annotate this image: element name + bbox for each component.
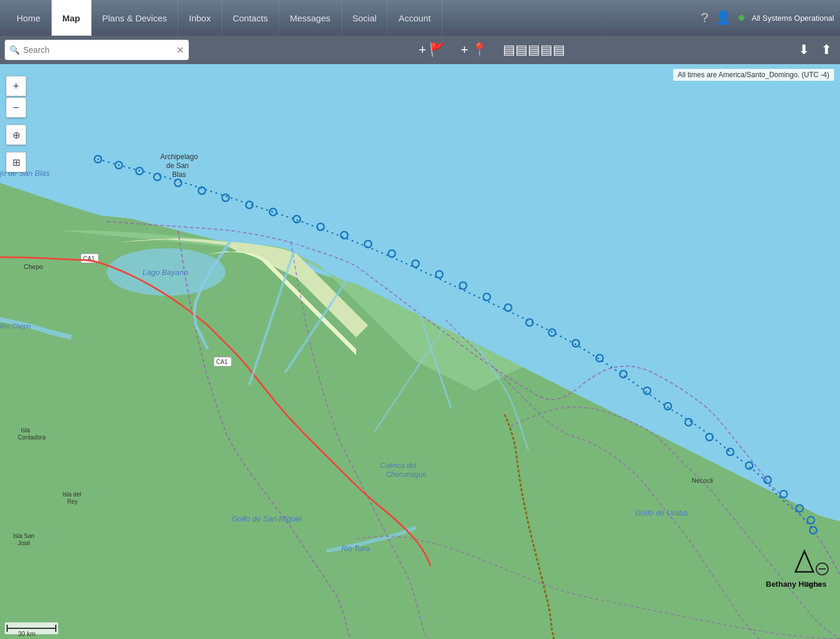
svg-text:Bethany Hughes: Bethany Hughes <box>766 580 827 589</box>
svg-text:Blas: Blas <box>172 170 186 179</box>
svg-text:Chucunaque: Chucunaque <box>386 470 426 479</box>
plus-waypoint-icon: + <box>461 42 468 58</box>
flag-icon: 🚩 <box>429 42 445 58</box>
layers-button[interactable]: ⊞ <box>6 152 26 172</box>
user-icon[interactable]: 👤 <box>715 10 731 26</box>
nav-messages[interactable]: Messages <box>279 0 341 36</box>
upload-button[interactable]: ⬆ <box>817 40 835 60</box>
svg-text:Isla: Isla <box>21 427 30 434</box>
status-indicator <box>738 15 744 21</box>
waypoint-icon: 📍 <box>471 42 487 58</box>
add-waypoint-button[interactable]: + 📍 <box>456 40 492 60</box>
svg-text:Archipelago: Archipelago <box>160 153 198 161</box>
nav-right-section: ? 👤 All Systems Operational <box>701 10 834 26</box>
nav-home[interactable]: Home <box>6 0 52 36</box>
top-navigation: Home Map Plans & Devices Inbox Contacts … <box>0 0 840 36</box>
download-button[interactable]: ⬇ <box>795 40 813 60</box>
svg-text:Golfo de Urabá: Golfo de Urabá <box>635 508 687 517</box>
nav-plans-devices[interactable]: Plans & Devices <box>91 0 178 36</box>
svg-text:CA1: CA1 <box>216 359 228 365</box>
search-clear-button[interactable]: ✕ <box>176 45 184 56</box>
svg-text:Lago Bayano: Lago Bayano <box>142 268 188 277</box>
svg-text:de San: de San <box>166 162 189 170</box>
nav-inbox[interactable]: Inbox <box>178 0 222 36</box>
svg-text:Golfo de San Miguel: Golfo de San Miguel <box>232 514 302 523</box>
map-container[interactable]: Lago Bayano Cuenca del Chucunaque Rio Tu… <box>0 64 840 639</box>
svg-text:José: José <box>18 540 31 546</box>
nav-social[interactable]: Social <box>342 0 388 36</box>
map-svg: Lago Bayano Cuenca del Chucunaque Rio Tu… <box>0 64 840 639</box>
svg-text:Isla San: Isla San <box>13 533 34 539</box>
zoom-in-button[interactable]: + <box>6 76 26 96</box>
svg-point-13 <box>50 465 104 530</box>
map-toolbar: 🔍 ✕ + 🚩 + 📍 ▤▤▤▤▤ ⬇ ⬆ <box>0 36 840 64</box>
search-icon: 🔍 <box>9 45 20 55</box>
svg-text:Contadora: Contadora <box>18 434 46 441</box>
status-text: All Systems Operational <box>752 14 834 23</box>
svg-text:Rio Chepo: Rio Chepo <box>0 322 31 330</box>
add-flag-button[interactable]: + 🚩 <box>414 40 450 60</box>
locate-me-button[interactable]: ⊕ <box>6 125 26 145</box>
svg-text:Rio Tuira: Rio Tuira <box>341 545 370 553</box>
ruler-icon: ▤▤▤▤▤ <box>503 42 565 58</box>
svg-text:Chepo: Chepo <box>24 263 43 270</box>
nav-contacts[interactable]: Contacts <box>222 0 279 36</box>
svg-text:Necocli: Necocli <box>692 477 713 484</box>
svg-text:Isla del: Isla del <box>62 491 81 498</box>
nav-map[interactable]: Map <box>52 0 91 36</box>
svg-point-16 <box>12 527 47 551</box>
help-icon[interactable]: ? <box>701 10 708 26</box>
ruler-button[interactable]: ▤▤▤▤▤ <box>498 40 570 60</box>
map-controls: + − ⊕ ⊞ <box>6 76 26 172</box>
svg-text:30 km: 30 km <box>18 630 36 637</box>
zoom-out-button[interactable]: − <box>6 97 26 118</box>
search-box: 🔍 ✕ <box>5 40 189 60</box>
timezone-notice: All times are America/Santo_Domingo. (UT… <box>673 69 834 81</box>
add-flag-icon: + <box>419 42 426 58</box>
svg-text:Cuenca del: Cuenca del <box>380 461 416 470</box>
toolbar-right-actions: ⬇ ⬆ <box>795 40 835 60</box>
search-input[interactable] <box>23 45 176 55</box>
svg-text:Rey: Rey <box>67 498 78 505</box>
nav-account[interactable]: Account <box>388 0 442 36</box>
